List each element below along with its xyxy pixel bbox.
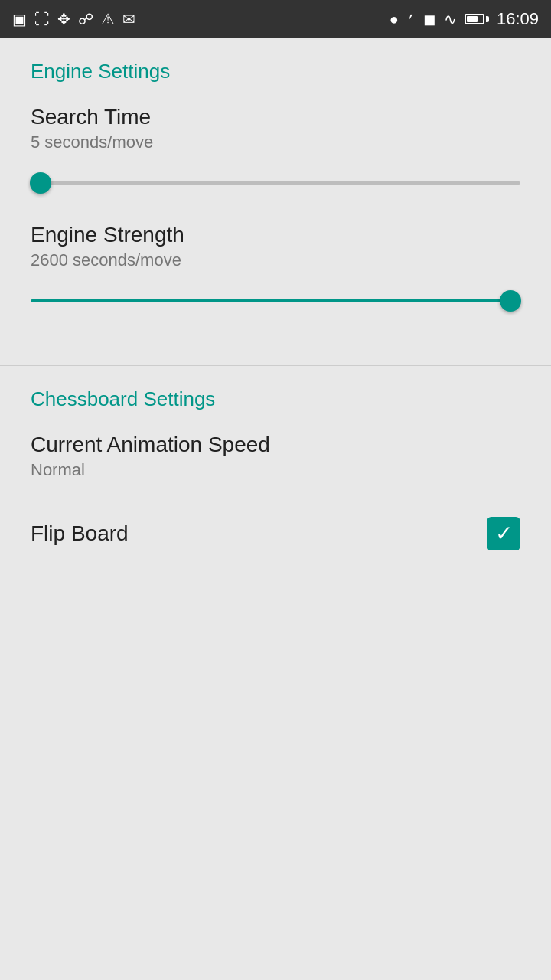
engine-strength-setting: Engine Strength 2600 seconds/move — [31, 223, 520, 316]
engine-strength-slider[interactable] — [31, 286, 520, 316]
engine-settings-section: Engine Settings Search Time 5 seconds/mo… — [0, 38, 551, 365]
bluetooth-icon: ⎖ — [406, 11, 416, 28]
wifi-icon: ∿ — [444, 10, 457, 28]
chessboard-settings-section: Chessboard Settings Current Animation Sp… — [0, 366, 551, 587]
search-time-slider[interactable] — [31, 168, 520, 198]
checkmark-icon: ✓ — [495, 523, 513, 544]
status-right-icons: ● ⎖ ◼ ∿ 16:09 — [390, 9, 539, 29]
battery-icon — [465, 14, 489, 24]
location-icon: ● — [390, 11, 399, 28]
animation-speed-label: Current Animation Speed — [31, 433, 520, 457]
search-time-label: Search Time — [31, 105, 520, 129]
search-time-value: 5 seconds/move — [31, 132, 520, 152]
search-time-track — [31, 181, 520, 185]
vibrate-icon: ◼ — [423, 10, 436, 28]
usb-icon: ✥ — [57, 10, 70, 28]
search-time-thumb[interactable] — [30, 172, 51, 194]
status-time: 16:09 — [497, 9, 539, 29]
animation-speed-value: Normal — [31, 460, 520, 480]
notification-icon: ▣ — [12, 10, 27, 28]
chessboard-settings-title: Chessboard Settings — [31, 387, 520, 411]
podcast-icon: ☍ — [78, 10, 93, 28]
email-icon: ✉ — [122, 10, 135, 28]
search-time-setting: Search Time 5 seconds/move — [31, 105, 520, 198]
flip-board-checkbox[interactable]: ✓ — [487, 517, 520, 550]
status-bar: ▣ ⛶ ✥ ☍ ⚠ ✉ ● ⎖ ◼ ∿ 16:09 — [0, 0, 551, 38]
engine-strength-value: 2600 seconds/move — [31, 250, 520, 270]
image-icon: ⛶ — [34, 11, 50, 28]
status-left-icons: ▣ ⛶ ✥ ☍ ⚠ ✉ — [12, 10, 135, 28]
engine-settings-title: Engine Settings — [31, 60, 520, 83]
flip-board-label: Flip Board — [31, 521, 129, 546]
animation-speed-setting[interactable]: Current Animation Speed Normal — [31, 433, 520, 480]
engine-strength-label: Engine Strength — [31, 223, 520, 247]
flip-board-setting[interactable]: Flip Board ✓ — [31, 505, 520, 563]
engine-strength-thumb[interactable] — [500, 290, 521, 312]
engine-strength-fill — [31, 299, 510, 302]
warning-icon: ⚠ — [101, 10, 115, 28]
